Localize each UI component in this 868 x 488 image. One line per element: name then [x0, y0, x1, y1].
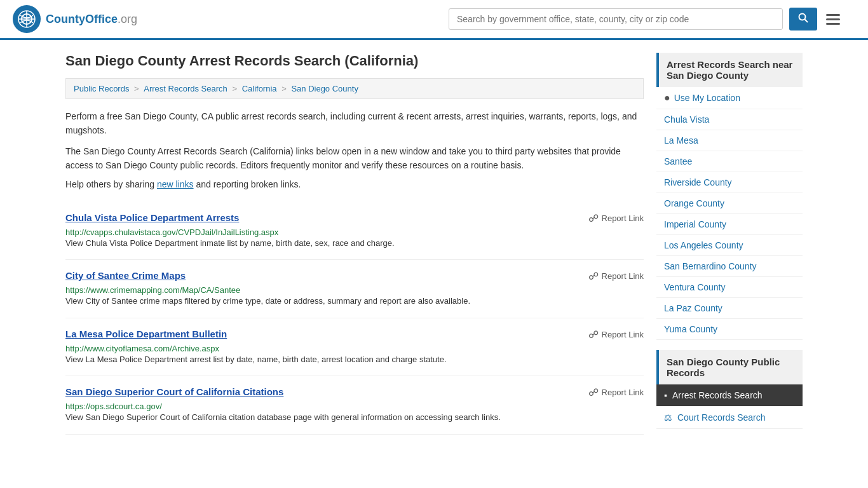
intro-text-1: Perform a free San Diego County, CA publ…: [65, 109, 644, 138]
report-icon: ☍: [588, 329, 599, 341]
public-record-link[interactable]: ⚖Court Records Search: [656, 407, 803, 428]
nearby-link-item: Santee: [656, 151, 803, 172]
record-title[interactable]: La Mesa Police Department Bulletin: [65, 329, 227, 339]
search-button[interactable]: [789, 8, 817, 30]
record-desc: View Chula Vista Police Department inmat…: [65, 237, 644, 250]
nearby-section: Arrest Records Search near San Diego Cou…: [656, 53, 803, 340]
main-content: San Diego County Arrest Records Search (…: [65, 53, 644, 435]
record-url[interactable]: http://cvapps.chulavistaca.gov/CVPDJail/…: [65, 227, 278, 237]
nearby-link[interactable]: Los Angeles County: [656, 235, 803, 255]
record-desc: View La Mesa Police Department arrest li…: [65, 353, 644, 366]
nearby-link[interactable]: La Paz County: [656, 298, 803, 318]
record-desc: View City of Santee crime maps filtered …: [65, 295, 644, 308]
record-title[interactable]: San Diego Superior Court of California C…: [65, 386, 283, 397]
record-header: San Diego Superior Court of California C…: [65, 386, 644, 398]
record-item: San Diego Superior Court of California C…: [65, 376, 644, 435]
report-link[interactable]: ☍ Report Link: [588, 212, 644, 224]
nearby-link-item: Imperial County: [656, 214, 803, 235]
report-link[interactable]: ☍ Report Link: [588, 386, 644, 398]
nearby-links-list: Chula VistaLa MesaSanteeRiverside County…: [656, 109, 803, 340]
nearby-link-item: Orange County: [656, 193, 803, 214]
report-icon: ☍: [588, 386, 599, 398]
logo-area: CountyOffice.org: [13, 5, 137, 33]
nearby-link[interactable]: Santee: [656, 151, 803, 172]
nearby-link[interactable]: San Bernardino County: [656, 256, 803, 276]
rec-icon: ⚖: [664, 412, 672, 423]
record-item: City of Santee Crime Maps ☍ Report Link …: [65, 260, 644, 318]
nearby-link-item: Yuma County: [656, 319, 803, 340]
breadcrumb-sep3: >: [281, 84, 288, 93]
nearby-link[interactable]: Orange County: [656, 193, 803, 214]
public-records-section-title: San Diego County Public Records: [656, 350, 803, 384]
share-text: Help others by sharing new links and rep…: [65, 179, 644, 189]
record-header: La Mesa Police Department Bulletin ☍ Rep…: [65, 329, 644, 341]
svg-line-5: [805, 20, 808, 23]
public-record-link-item: ▪Arrest Records Search: [656, 384, 803, 407]
breadcrumb-public-records[interactable]: Public Records: [74, 84, 129, 93]
nearby-link-item: Chula Vista: [656, 109, 803, 130]
report-link[interactable]: ☍ Report Link: [588, 270, 644, 282]
search-input[interactable]: [449, 8, 783, 30]
record-item: La Mesa Police Department Bulletin ☍ Rep…: [65, 318, 644, 377]
record-url[interactable]: http://www.cityoflamesa.com/Archive.aspx: [65, 344, 219, 353]
record-title[interactable]: City of Santee Crime Maps: [65, 270, 186, 281]
nearby-link[interactable]: Ventura County: [656, 277, 803, 297]
record-desc: View San Diego Superior Court of Califor…: [65, 411, 644, 424]
nearby-link[interactable]: Chula Vista: [656, 109, 803, 130]
report-link-label: Report Link: [602, 388, 644, 397]
report-link-label: Report Link: [602, 330, 644, 339]
breadcrumb-san-diego[interactable]: San Diego County: [291, 84, 358, 93]
site-header: CountyOffice.org: [0, 0, 868, 40]
nearby-link-item: La Paz County: [656, 298, 803, 319]
public-record-links-list: ▪Arrest Records Search⚖Court Records Sea…: [656, 384, 803, 429]
intro-text-2: The San Diego County Arrest Records Sear…: [65, 144, 644, 173]
nearby-link-item: San Bernardino County: [656, 256, 803, 277]
report-link-label: Report Link: [602, 214, 644, 223]
page-body: San Diego County Arrest Records Search (…: [53, 40, 815, 447]
report-icon: ☍: [588, 212, 599, 224]
nearby-link-item: La Mesa: [656, 130, 803, 151]
nearby-section-title: Arrest Records Search near San Diego Cou…: [656, 53, 803, 87]
nearby-link-item: Riverside County: [656, 172, 803, 193]
record-url[interactable]: https://ops.sdcourt.ca.gov/: [65, 402, 162, 411]
page-title: San Diego County Arrest Records Search (…: [65, 53, 644, 69]
breadcrumb-sep1: >: [134, 84, 141, 93]
report-link-label: Report Link: [602, 271, 644, 281]
nearby-link[interactable]: Imperial County: [656, 214, 803, 234]
menu-button[interactable]: [824, 11, 843, 27]
nearby-link[interactable]: La Mesa: [656, 130, 803, 151]
search-bar-area: [449, 8, 843, 30]
breadcrumb: Public Records > Arrest Records Search >…: [65, 78, 644, 99]
svg-point-4: [799, 14, 806, 20]
sidebar: Arrest Records Search near San Diego Cou…: [656, 53, 803, 435]
use-location-link[interactable]: ● Use My Location: [656, 87, 803, 109]
record-header: City of Santee Crime Maps ☍ Report Link: [65, 270, 644, 282]
record-url[interactable]: https://www.crimemapping.com/Map/CA/Sant…: [65, 285, 240, 295]
record-title[interactable]: Chula Vista Police Department Arrests: [65, 212, 239, 223]
location-icon: ●: [664, 92, 670, 104]
breadcrumb-arrest-records[interactable]: Arrest Records Search: [144, 84, 227, 93]
logo-text: CountyOffice.org: [46, 13, 137, 26]
report-link[interactable]: ☍ Report Link: [588, 329, 644, 341]
record-item: Chula Vista Police Department Arrests ☍ …: [65, 202, 644, 261]
public-record-link[interactable]: ▪Arrest Records Search: [656, 384, 803, 406]
record-header: Chula Vista Police Department Arrests ☍ …: [65, 212, 644, 224]
logo-icon: [13, 5, 41, 33]
breadcrumb-california[interactable]: California: [242, 84, 277, 93]
nearby-link-item: Ventura County: [656, 277, 803, 298]
report-icon: ☍: [588, 270, 599, 282]
public-record-link-item: ⚖Court Records Search: [656, 407, 803, 429]
records-list: Chula Vista Police Department Arrests ☍ …: [65, 202, 644, 435]
rec-icon: ▪: [664, 390, 667, 400]
nearby-link-item: Los Angeles County: [656, 235, 803, 256]
nearby-link[interactable]: Yuma County: [656, 319, 803, 339]
public-records-section: San Diego County Public Records ▪Arrest …: [656, 350, 803, 429]
new-links-link[interactable]: new links: [157, 179, 194, 189]
breadcrumb-sep2: >: [232, 84, 239, 93]
nearby-link[interactable]: Riverside County: [656, 172, 803, 193]
